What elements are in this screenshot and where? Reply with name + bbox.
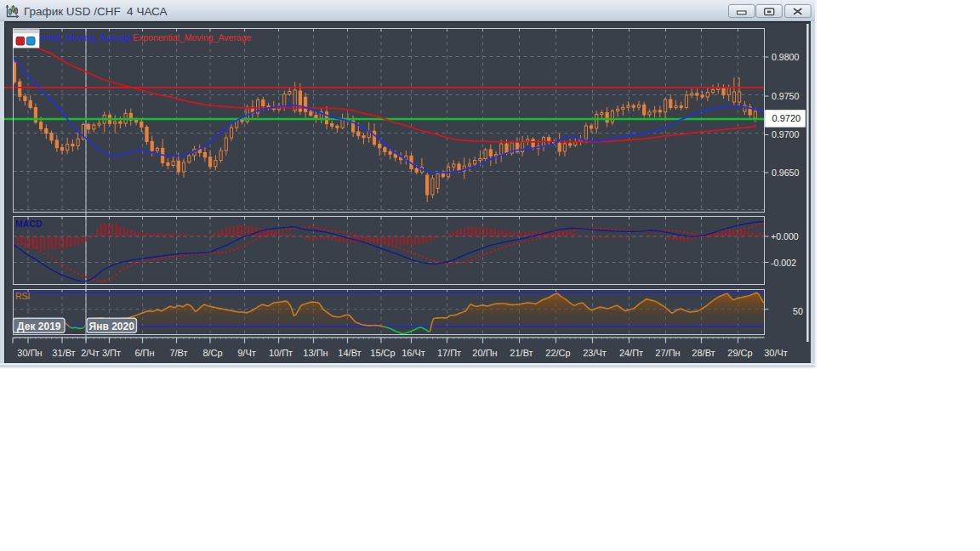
- svg-text:15/Ср: 15/Ср: [370, 348, 395, 358]
- svg-text:9/Чт: 9/Чт: [237, 348, 256, 358]
- svg-text:31/Вт: 31/Вт: [52, 348, 75, 358]
- svg-text:30/Пн: 30/Пн: [17, 348, 42, 358]
- svg-text:MACD: MACD: [15, 219, 43, 229]
- svg-text:0.9800: 0.9800: [772, 52, 800, 62]
- svg-text:0.9720: 0.9720: [772, 113, 801, 123]
- svg-text:23/Чт: 23/Чт: [583, 348, 607, 358]
- svg-text:0.9650: 0.9650: [772, 168, 800, 178]
- svg-text:20/Пн: 20/Пн: [472, 348, 497, 358]
- svg-text:6/Пн: 6/Пн: [134, 348, 154, 358]
- svg-text:Дек 2019: Дек 2019: [17, 321, 61, 332]
- svg-text:16/Чт: 16/Чт: [402, 348, 425, 358]
- svg-text:RSI: RSI: [15, 291, 31, 301]
- svg-text:22/Ср: 22/Ср: [545, 348, 570, 358]
- svg-text:10/Пт: 10/Пт: [269, 348, 293, 358]
- svg-text:0.9700: 0.9700: [772, 129, 800, 139]
- svg-text:21/Вт: 21/Вт: [510, 348, 533, 358]
- svg-text:График USD /CHF 4 ЧАСА: График USD /CHF 4 ЧАСА: [24, 5, 168, 18]
- svg-text:17/Пт: 17/Пт: [437, 348, 461, 358]
- svg-text:27/Пн: 27/Пн: [655, 348, 680, 358]
- svg-text:29/Ср: 29/Ср: [727, 348, 752, 358]
- svg-text:50: 50: [793, 306, 803, 316]
- svg-text:8/Ср: 8/Ср: [202, 348, 222, 358]
- svg-text:Exponential_Moving_Average: Exponential_Moving_Average: [133, 32, 251, 43]
- svg-text:2/Чт: 2/Чт: [81, 348, 100, 358]
- svg-text:28/Вт: 28/Вт: [692, 348, 715, 358]
- svg-text:3/Пт: 3/Пт: [102, 348, 121, 358]
- svg-text:24/Пт: 24/Пт: [619, 348, 643, 358]
- svg-text:-0.002: -0.002: [771, 258, 796, 268]
- svg-text:13/Пн: 13/Пн: [303, 348, 328, 358]
- svg-text:7/Вт: 7/Вт: [169, 348, 187, 358]
- svg-text:30/Чт: 30/Чт: [764, 348, 788, 358]
- svg-text:Янв 2020: Янв 2020: [89, 321, 135, 332]
- svg-text:+0.000: +0.000: [771, 231, 799, 241]
- svg-text:14/Вт: 14/Вт: [338, 348, 361, 358]
- svg-text:0.9750: 0.9750: [772, 91, 800, 101]
